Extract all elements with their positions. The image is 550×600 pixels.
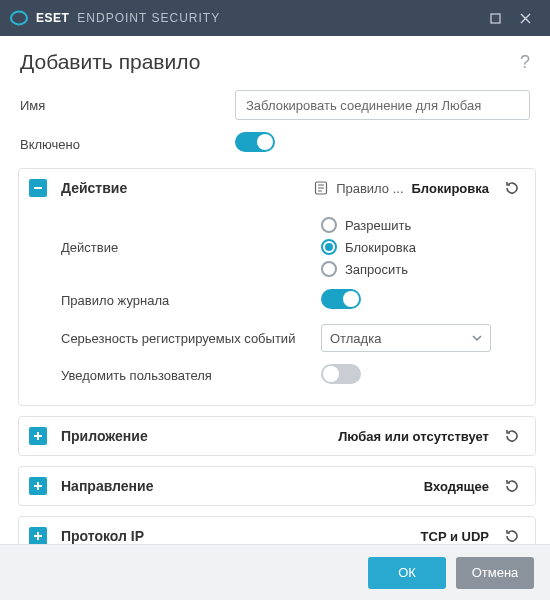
action-radio-group: Разрешить Блокировка Запросить <box>321 217 525 277</box>
radio-ask[interactable]: Запросить <box>321 261 525 277</box>
action-row: Действие Разрешить Блокировка <box>61 211 525 283</box>
section-summary-value: TCP и UDP <box>421 529 489 544</box>
enabled-toggle[interactable] <box>235 132 275 152</box>
section-summary-value: Входящее <box>424 479 489 494</box>
expand-icon <box>29 527 47 544</box>
window-close-button[interactable] <box>510 0 540 36</box>
log-rule-row: Правило журнала <box>61 283 525 318</box>
radio-icon <box>321 261 337 277</box>
enabled-row: Включено <box>0 126 550 162</box>
section-application-header[interactable]: Приложение Любая или отсутствует <box>19 417 535 455</box>
notify-row: Уведомить пользователя <box>61 358 525 393</box>
rule-summary-icon <box>314 181 328 195</box>
radio-block[interactable]: Блокировка <box>321 239 525 255</box>
eset-logo-icon <box>10 9 28 27</box>
section-title: Действие <box>61 180 231 196</box>
window-maximize-button[interactable] <box>480 0 510 36</box>
severity-label: Серьезность регистрируемых событий <box>61 331 321 346</box>
radio-label: Блокировка <box>345 240 416 255</box>
section-direction-header[interactable]: Направление Входящее <box>19 467 535 505</box>
dialog-footer: ОК Отмена <box>0 544 550 600</box>
radio-icon <box>321 217 337 233</box>
help-icon[interactable]: ? <box>520 52 530 73</box>
section-title: Приложение <box>61 428 231 444</box>
section-summary: Правило ... Блокировка <box>231 181 489 196</box>
enabled-label: Включено <box>20 137 235 152</box>
dialog-header: Добавить правило ? <box>0 36 550 84</box>
section-protocol-header[interactable]: Протокол IP TCP и UDP <box>19 517 535 544</box>
section-action: Действие Правило ... Блокировка Действие <box>18 168 536 406</box>
svg-rect-9 <box>34 535 42 537</box>
title-bar: ESET ENDPOINT SECURITY <box>0 0 550 36</box>
radio-allow[interactable]: Разрешить <box>321 217 525 233</box>
ok-button[interactable]: ОК <box>368 557 446 589</box>
radio-label: Запросить <box>345 262 408 277</box>
severity-select[interactable]: Отладка <box>321 324 491 352</box>
log-rule-toggle[interactable] <box>321 289 361 309</box>
dialog-title: Добавить правило <box>20 50 520 74</box>
cancel-button[interactable]: Отмена <box>456 557 534 589</box>
brand-name: ESET <box>36 11 69 25</box>
section-title: Протокол IP <box>61 528 231 544</box>
radio-label: Разрешить <box>345 218 411 233</box>
severity-row: Серьезность регистрируемых событий Отлад… <box>61 318 525 358</box>
reset-icon[interactable] <box>499 527 525 544</box>
svg-rect-1 <box>491 14 500 23</box>
expand-icon <box>29 477 47 495</box>
brand: ESET ENDPOINT SECURITY <box>10 9 220 27</box>
section-direction: Направление Входящее <box>18 466 536 506</box>
select-value: Отладка <box>330 331 381 346</box>
notify-toggle[interactable] <box>321 364 361 384</box>
section-summary: Входящее <box>231 479 489 494</box>
svg-rect-2 <box>34 187 42 189</box>
svg-rect-7 <box>34 485 42 487</box>
reset-icon[interactable] <box>499 477 525 495</box>
section-summary-label: Правило ... <box>336 181 403 196</box>
section-application: Приложение Любая или отсутствует <box>18 416 536 456</box>
section-action-body: Действие Разрешить Блокировка <box>19 207 535 405</box>
action-label: Действие <box>61 240 321 255</box>
svg-point-0 <box>11 12 27 25</box>
svg-rect-5 <box>34 435 42 437</box>
section-title: Направление <box>61 478 231 494</box>
reset-icon[interactable] <box>499 427 525 445</box>
name-input[interactable] <box>235 90 530 120</box>
name-label: Имя <box>20 98 235 113</box>
reset-icon[interactable] <box>499 179 525 197</box>
radio-icon <box>321 239 337 255</box>
log-rule-label: Правило журнала <box>61 293 321 308</box>
section-summary-value: Любая или отсутствует <box>338 429 489 444</box>
collapse-icon <box>29 179 47 197</box>
sections-scroll[interactable]: Действие Правило ... Блокировка Действие <box>0 162 550 544</box>
notify-label: Уведомить пользователя <box>61 368 321 383</box>
section-action-header[interactable]: Действие Правило ... Блокировка <box>19 169 535 207</box>
expand-icon <box>29 427 47 445</box>
section-summary: TCP и UDP <box>231 529 489 544</box>
chevron-down-icon <box>472 333 482 343</box>
name-row: Имя <box>0 84 550 126</box>
section-summary: Любая или отсутствует <box>231 429 489 444</box>
section-protocol: Протокол IP TCP и UDP <box>18 516 536 544</box>
section-summary-value: Блокировка <box>412 181 489 196</box>
product-name: ENDPOINT SECURITY <box>77 11 220 25</box>
